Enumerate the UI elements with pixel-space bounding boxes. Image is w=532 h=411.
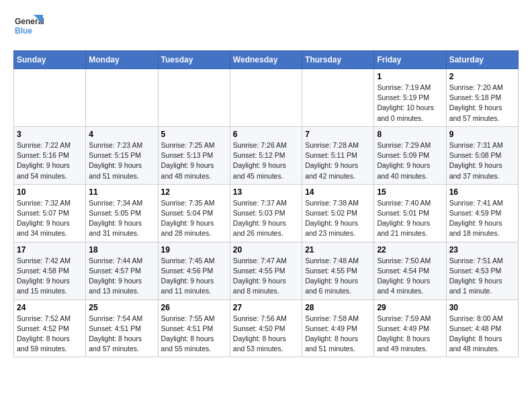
day-info: Sunrise: 7:31 AM Sunset: 5:08 PM Dayligh… [449, 140, 515, 181]
day-number: 4 [89, 130, 154, 139]
day-info: Sunrise: 7:52 AM Sunset: 4:52 PM Dayligh… [17, 314, 83, 355]
day-number: 21 [305, 245, 371, 255]
calendar-cell: 26Sunrise: 7:55 AM Sunset: 4:51 PM Dayli… [158, 300, 230, 357]
day-info: Sunrise: 7:37 AM Sunset: 5:03 PM Dayligh… [233, 198, 299, 239]
calendar-table: SundayMondayTuesdayWednesdayThursdayFrid… [13, 50, 519, 357]
calendar-cell: 18Sunrise: 7:44 AM Sunset: 4:57 PM Dayli… [86, 242, 158, 300]
day-number: 27 [233, 303, 299, 312]
calendar-cell: 8Sunrise: 7:29 AM Sunset: 5:09 PM Daylig… [374, 126, 446, 184]
day-number: 28 [305, 303, 371, 312]
day-number: 29 [377, 303, 443, 312]
day-info: Sunrise: 7:40 AM Sunset: 5:01 PM Dayligh… [377, 198, 443, 239]
day-number: 7 [305, 130, 371, 139]
calendar-cell: 10Sunrise: 7:32 AM Sunset: 5:07 PM Dayli… [14, 184, 86, 242]
day-info: Sunrise: 7:22 AM Sunset: 5:16 PM Dayligh… [17, 140, 83, 181]
day-info: Sunrise: 7:32 AM Sunset: 5:07 PM Dayligh… [17, 198, 83, 239]
calendar-cell: 21Sunrise: 7:48 AM Sunset: 4:55 PM Dayli… [302, 242, 374, 300]
calendar-week-row: 17Sunrise: 7:42 AM Sunset: 4:58 PM Dayli… [14, 242, 519, 300]
calendar-cell [14, 69, 86, 127]
calendar-cell [230, 69, 302, 127]
page-header: GeneralBlue [13, 13, 519, 44]
day-info: Sunrise: 7:26 AM Sunset: 5:12 PM Dayligh… [233, 140, 299, 181]
day-number: 20 [233, 245, 299, 255]
day-info: Sunrise: 7:35 AM Sunset: 5:04 PM Dayligh… [161, 198, 227, 239]
day-info: Sunrise: 7:50 AM Sunset: 4:54 PM Dayligh… [377, 256, 443, 297]
calendar-cell: 14Sunrise: 7:38 AM Sunset: 5:02 PM Dayli… [302, 184, 374, 242]
day-number: 25 [89, 303, 154, 312]
day-number: 8 [377, 130, 443, 139]
day-number: 15 [377, 187, 443, 197]
calendar-cell: 20Sunrise: 7:47 AM Sunset: 4:55 PM Dayli… [230, 242, 302, 300]
day-number: 17 [17, 245, 83, 255]
calendar-cell: 30Sunrise: 8:00 AM Sunset: 4:48 PM Dayli… [446, 300, 518, 357]
day-info: Sunrise: 7:34 AM Sunset: 5:05 PM Dayligh… [89, 198, 154, 239]
calendar-cell: 23Sunrise: 7:51 AM Sunset: 4:53 PM Dayli… [446, 242, 518, 300]
day-number: 5 [161, 130, 227, 139]
day-number: 22 [377, 245, 443, 255]
day-number: 14 [305, 187, 371, 197]
calendar-cell: 27Sunrise: 7:56 AM Sunset: 4:50 PM Dayli… [230, 300, 302, 357]
day-number: 23 [449, 245, 515, 255]
calendar-cell: 24Sunrise: 7:52 AM Sunset: 4:52 PM Dayli… [14, 300, 86, 357]
calendar-cell: 6Sunrise: 7:26 AM Sunset: 5:12 PM Daylig… [230, 126, 302, 184]
calendar-cell: 9Sunrise: 7:31 AM Sunset: 5:08 PM Daylig… [446, 126, 518, 184]
calendar-cell: 12Sunrise: 7:35 AM Sunset: 5:04 PM Dayli… [158, 184, 230, 242]
calendar-cell: 1Sunrise: 7:19 AM Sunset: 5:19 PM Daylig… [374, 69, 446, 127]
day-info: Sunrise: 7:55 AM Sunset: 4:51 PM Dayligh… [161, 314, 227, 355]
calendar-cell: 7Sunrise: 7:28 AM Sunset: 5:11 PM Daylig… [302, 126, 374, 184]
day-info: Sunrise: 7:44 AM Sunset: 4:57 PM Dayligh… [89, 256, 154, 297]
weekday-header: Wednesday [230, 51, 302, 69]
day-number: 1 [377, 72, 443, 81]
weekday-header: Thursday [302, 51, 374, 69]
day-number: 26 [161, 303, 227, 312]
weekday-header: Friday [374, 51, 446, 69]
day-number: 12 [161, 187, 227, 197]
day-info: Sunrise: 7:51 AM Sunset: 4:53 PM Dayligh… [449, 256, 515, 297]
calendar-cell: 19Sunrise: 7:45 AM Sunset: 4:56 PM Dayli… [158, 242, 230, 300]
calendar-cell: 25Sunrise: 7:54 AM Sunset: 4:51 PM Dayli… [86, 300, 158, 357]
svg-text:Blue: Blue [15, 26, 32, 36]
day-number: 2 [449, 72, 515, 81]
calendar-cell [302, 69, 374, 127]
day-number: 11 [89, 187, 154, 197]
logo-svg: GeneralBlue [13, 13, 44, 44]
calendar-cell: 16Sunrise: 7:41 AM Sunset: 4:59 PM Dayli… [446, 184, 518, 242]
day-info: Sunrise: 7:29 AM Sunset: 5:09 PM Dayligh… [377, 140, 443, 181]
day-info: Sunrise: 7:48 AM Sunset: 4:55 PM Dayligh… [305, 256, 371, 297]
day-info: Sunrise: 7:42 AM Sunset: 4:58 PM Dayligh… [17, 256, 83, 297]
calendar-week-row: 1Sunrise: 7:19 AM Sunset: 5:19 PM Daylig… [14, 69, 519, 127]
day-number: 18 [89, 245, 154, 255]
calendar-week-row: 24Sunrise: 7:52 AM Sunset: 4:52 PM Dayli… [14, 300, 519, 357]
calendar-cell: 17Sunrise: 7:42 AM Sunset: 4:58 PM Dayli… [14, 242, 86, 300]
calendar-week-row: 3Sunrise: 7:22 AM Sunset: 5:16 PM Daylig… [14, 126, 519, 184]
calendar-header-row: SundayMondayTuesdayWednesdayThursdayFrid… [14, 51, 519, 69]
calendar-cell: 22Sunrise: 7:50 AM Sunset: 4:54 PM Dayli… [374, 242, 446, 300]
calendar-cell: 11Sunrise: 7:34 AM Sunset: 5:05 PM Dayli… [86, 184, 158, 242]
day-info: Sunrise: 7:25 AM Sunset: 5:13 PM Dayligh… [161, 140, 227, 181]
calendar-cell: 3Sunrise: 7:22 AM Sunset: 5:16 PM Daylig… [14, 126, 86, 184]
weekday-header: Monday [86, 51, 158, 69]
day-number: 19 [161, 245, 227, 255]
calendar-cell [86, 69, 158, 127]
day-number: 3 [17, 130, 83, 139]
calendar-cell: 28Sunrise: 7:58 AM Sunset: 4:49 PM Dayli… [302, 300, 374, 357]
day-number: 13 [233, 187, 299, 197]
day-number: 30 [449, 303, 515, 312]
calendar-cell [158, 69, 230, 127]
day-info: Sunrise: 7:23 AM Sunset: 5:15 PM Dayligh… [89, 140, 154, 181]
calendar-cell: 15Sunrise: 7:40 AM Sunset: 5:01 PM Dayli… [374, 184, 446, 242]
day-number: 16 [449, 187, 515, 197]
day-number: 24 [17, 303, 83, 312]
logo-text: GeneralBlue [13, 13, 44, 44]
day-info: Sunrise: 7:20 AM Sunset: 5:18 PM Dayligh… [449, 83, 515, 124]
day-info: Sunrise: 7:28 AM Sunset: 5:11 PM Dayligh… [305, 140, 371, 181]
day-info: Sunrise: 7:19 AM Sunset: 5:19 PM Dayligh… [377, 83, 443, 124]
day-info: Sunrise: 7:45 AM Sunset: 4:56 PM Dayligh… [161, 256, 227, 297]
day-info: Sunrise: 7:54 AM Sunset: 4:51 PM Dayligh… [89, 314, 154, 355]
day-info: Sunrise: 7:47 AM Sunset: 4:55 PM Dayligh… [233, 256, 299, 297]
day-info: Sunrise: 7:56 AM Sunset: 4:50 PM Dayligh… [233, 314, 299, 355]
calendar-cell: 5Sunrise: 7:25 AM Sunset: 5:13 PM Daylig… [158, 126, 230, 184]
weekday-header: Tuesday [158, 51, 230, 69]
day-info: Sunrise: 7:38 AM Sunset: 5:02 PM Dayligh… [305, 198, 371, 239]
calendar-cell: 13Sunrise: 7:37 AM Sunset: 5:03 PM Dayli… [230, 184, 302, 242]
